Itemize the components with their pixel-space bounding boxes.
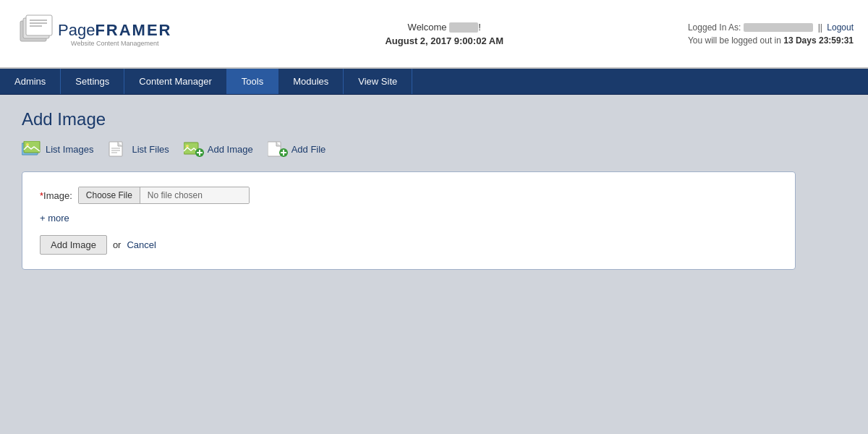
or-text: or <box>113 239 122 250</box>
toolbar-list-files[interactable]: List Files <box>108 141 169 157</box>
header-right: Logged In As: || Logout You will be logg… <box>688 22 854 46</box>
session-prefix: You will be logged out in <box>688 35 781 46</box>
svg-rect-9 <box>109 142 122 156</box>
nav-item-settings[interactable]: Settings <box>61 69 124 94</box>
cancel-link[interactable]: Cancel <box>127 239 156 250</box>
header: Page FRAMER Website Content Management W… <box>0 0 868 69</box>
add-image-icon <box>184 141 204 157</box>
form-actions: Add Image or Cancel <box>40 235 778 255</box>
logged-in-line: Logged In As: || Logout <box>688 22 854 33</box>
file-input-wrapper: Choose File No file chosen <box>78 187 250 204</box>
list-images-label: List Images <box>46 144 93 155</box>
list-files-label: List Files <box>132 144 169 155</box>
svg-rect-18 <box>268 142 281 156</box>
nav-item-admins[interactable]: Admins <box>0 69 61 94</box>
logo-icon <box>14 14 58 54</box>
image-field-row: *Image: Choose File No file chosen <box>40 187 778 204</box>
form-box: *Image: Choose File No file chosen + mor… <box>22 171 796 270</box>
nav-item-tools[interactable]: Tools <box>227 69 278 94</box>
nav-item-modules[interactable]: Modules <box>278 69 344 94</box>
main-content: Add Image List Images List Files <box>0 95 868 284</box>
logo-area: Page FRAMER Website Content Management <box>14 14 172 54</box>
session-time: 13 Days 23:59:31 <box>783 35 854 46</box>
choose-file-button[interactable]: Choose File <box>79 187 140 203</box>
datetime: August 2, 2017 9:00:02 AM <box>201 35 688 46</box>
welcome-line: Welcome ! <box>201 22 688 33</box>
logo-page: Page <box>58 21 95 40</box>
nav-item-content-manager[interactable]: Content Manager <box>124 69 226 94</box>
images-icon <box>22 141 42 157</box>
add-file-label: Add File <box>292 144 326 155</box>
toolbar: List Images List Files Add Image <box>22 141 846 157</box>
logo-framer: FRAMER <box>95 21 171 40</box>
page-title: Add Image <box>22 109 846 129</box>
image-label: *Image: <box>40 190 72 201</box>
welcome-prefix: Welcome <box>408 22 447 33</box>
logo-text-area: Page FRAMER Website Content Management <box>58 21 172 47</box>
welcome-suffix: ! <box>478 22 481 33</box>
add-file-icon <box>268 141 288 157</box>
files-icon <box>108 141 128 157</box>
logged-in-label: Logged In As: <box>688 22 741 33</box>
session-line: You will be logged out in 13 Days 23:59:… <box>688 35 854 46</box>
more-link[interactable]: + more <box>40 213 778 224</box>
nav-item-view-site[interactable]: View Site <box>344 69 412 94</box>
logo-subtitle: Website Content Management <box>58 40 172 47</box>
image-label-text: Image: <box>43 190 72 201</box>
svg-rect-2 <box>26 15 52 35</box>
logged-in-user <box>744 23 814 32</box>
username-display <box>449 22 478 33</box>
toolbar-add-image[interactable]: Add Image <box>184 141 253 157</box>
separator: || <box>818 22 825 33</box>
header-center: Welcome ! August 2, 2017 9:00:02 AM <box>172 22 688 46</box>
toolbar-add-file[interactable]: Add File <box>268 141 326 157</box>
file-name-display: No file chosen <box>140 187 249 203</box>
toolbar-list-images[interactable]: List Images <box>22 141 93 157</box>
logo-brand: Page FRAMER <box>58 21 172 40</box>
add-image-toolbar-label: Add Image <box>208 144 253 155</box>
add-image-button[interactable]: Add Image <box>40 235 107 255</box>
logo-container: Page FRAMER Website Content Management <box>14 14 172 54</box>
nav-bar: Admins Settings Content Manager Tools Mo… <box>0 69 868 95</box>
logout-link[interactable]: Logout <box>827 22 854 33</box>
